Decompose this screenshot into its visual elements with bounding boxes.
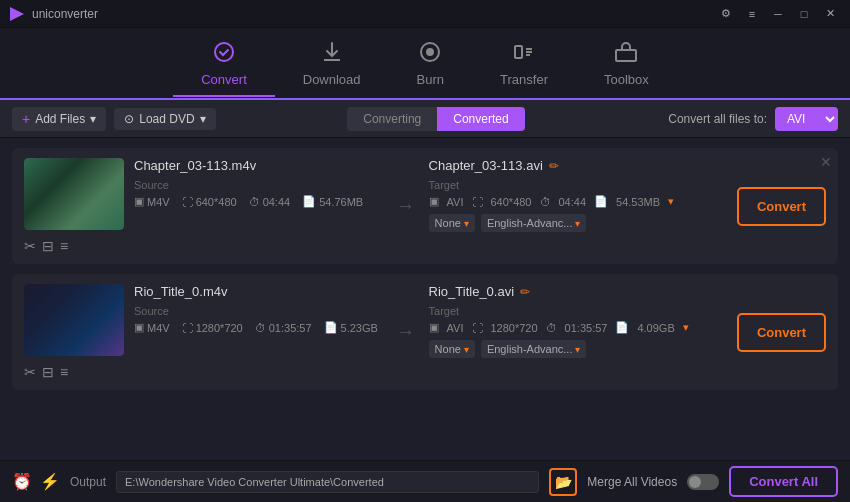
file2-thumbnail	[24, 284, 124, 356]
tab-converted-label: Converted	[453, 112, 508, 126]
nav-convert[interactable]: Convert	[173, 32, 275, 95]
file2-res-icon: ⛶	[182, 322, 193, 334]
close-button[interactable]: ✕	[818, 5, 842, 23]
file1-target-meta: ▣ AVI ⛶ 640*480 ⏱ 04:44 📄 54.53MB ▾	[429, 195, 727, 208]
file2-target-res: ⛶	[472, 322, 483, 334]
app-logo	[8, 5, 26, 23]
file1-audio-select1[interactable]: None ▾	[429, 214, 475, 232]
add-files-arrow: ▾	[90, 112, 96, 126]
file2-resolution: ⛶ 1280*720	[182, 321, 243, 334]
file2-source-meta: ▣ M4V ⛶ 1280*720 ⏱ 01:35:57 📄 5.23GB	[134, 321, 383, 334]
file1-size-icon: 📄	[302, 195, 316, 208]
svg-rect-5	[616, 50, 636, 61]
file2-settings-icon[interactable]: ≡	[60, 364, 68, 380]
nav-toolbox[interactable]: Toolbox	[576, 32, 677, 95]
file2-arrow: →	[393, 284, 419, 380]
title-bar-right: ⚙ ≡ ─ □ ✕	[714, 5, 842, 23]
file2-thumb-actions: ✂ ⊟ ≡	[24, 364, 68, 380]
file2-target-label: Target	[429, 305, 727, 317]
file2-audio-select1[interactable]: None ▾	[429, 340, 475, 358]
maximize-button[interactable]: □	[792, 5, 816, 23]
svg-point-1	[215, 43, 233, 61]
nav-download-label: Download	[303, 72, 361, 87]
tab-group: Converting Converted	[347, 107, 524, 131]
file1-source-meta: ▣ M4V ⛶ 640*480 ⏱ 04:44 📄 54.76MB	[134, 195, 383, 208]
tab-converted[interactable]: Converted	[437, 107, 524, 131]
add-files-button[interactable]: + Add Files ▾	[12, 107, 106, 131]
file2-dur-icon: ⏱	[255, 322, 266, 334]
file2-format: ▣ M4V	[134, 321, 170, 334]
file2-cut-icon[interactable]: ✂	[24, 364, 36, 380]
file2-source-name: Rio_Title_0.m4v	[134, 284, 383, 299]
file2-size-icon: 📄	[324, 321, 338, 334]
file1-convert-button[interactable]: Convert	[737, 187, 826, 226]
nav-transfer[interactable]: Transfer	[472, 32, 576, 95]
folder-icon: 📂	[555, 474, 572, 490]
svg-point-3	[427, 49, 433, 55]
file2-target-format: ▣	[429, 321, 439, 334]
file1-target-res: ⛶	[472, 196, 483, 208]
file2-duration: ⏱ 01:35:57	[255, 321, 312, 334]
svg-marker-0	[10, 7, 24, 21]
folder-button[interactable]: 📂	[549, 468, 577, 496]
file1-res-icon: ⛶	[182, 196, 193, 208]
file1-close-icon[interactable]: ✕	[820, 154, 832, 170]
file1-target: Chapter_03-113.avi ✏ Target ▣ AVI ⛶ 640*…	[429, 158, 727, 254]
file2-audio-select2[interactable]: English-Advanc... ▾	[481, 340, 587, 358]
nav-convert-label: Convert	[201, 72, 247, 87]
file1-target-format: ▣	[429, 195, 439, 208]
file2-dropdowns: None ▾ English-Advanc... ▾	[429, 340, 727, 358]
file1-target-size-icon: 📄	[594, 195, 608, 208]
nav-burn[interactable]: Burn	[389, 32, 472, 95]
load-dvd-arrow: ▾	[200, 112, 206, 126]
file-item-1: ✂ ⊟ ≡ Chapter_03-113.m4v Source ▣ M4V ⛶ …	[12, 148, 838, 264]
bolt-icon[interactable]: ⚡	[40, 472, 60, 491]
file1-resolution: ⛶ 640*480	[182, 195, 237, 208]
file1-settings-icon[interactable]: ≡	[60, 238, 68, 254]
file1-format: ▣ M4V	[134, 195, 170, 208]
merge-toggle[interactable]	[687, 474, 719, 490]
file1-subtitle-icon[interactable]: ⊟	[42, 238, 54, 254]
file1-thumbnail	[24, 158, 124, 230]
output-path-input[interactable]	[116, 471, 539, 493]
app-name: uniconverter	[32, 7, 98, 21]
file2-arrow-icon: →	[397, 322, 415, 343]
file2-subtitle-icon[interactable]: ⊟	[42, 364, 54, 380]
toolbar: + Add Files ▾ ⊙ Load DVD ▾ Converting Co…	[0, 100, 850, 138]
nav-bar: Convert Download Burn Transfer	[0, 28, 850, 100]
minimize-button[interactable]: ─	[766, 5, 790, 23]
file1-audio-select2[interactable]: English-Advanc... ▾	[481, 214, 587, 232]
tab-converting[interactable]: Converting	[347, 107, 437, 131]
file1-arrow: →	[393, 158, 419, 254]
file1-cut-icon[interactable]: ✂	[24, 238, 36, 254]
convert-all-button[interactable]: Convert All	[729, 466, 838, 497]
file2-audio1-arrow: ▾	[464, 344, 469, 355]
file1-target-name: Chapter_03-113.avi ✏	[429, 158, 727, 173]
dvd-icon: ⊙	[124, 112, 134, 126]
title-bar-left: uniconverter	[8, 5, 98, 23]
output-label: Output	[70, 475, 106, 489]
file1-arrow-icon: →	[397, 196, 415, 217]
toggle-knob	[689, 476, 701, 488]
load-dvd-button[interactable]: ⊙ Load DVD ▾	[114, 108, 215, 130]
file1-edit-icon[interactable]: ✏	[549, 159, 559, 173]
file2-size: 📄 5.23GB	[324, 321, 378, 334]
file2-audio2-arrow: ▾	[575, 344, 580, 355]
file2-target-meta: ▣ AVI ⛶ 1280*720 ⏱ 01:35:57 📄 4.09GB ▾	[429, 321, 727, 334]
convert-nav-icon	[212, 40, 236, 68]
nav-download[interactable]: Download	[275, 32, 389, 95]
file1-size: 📄 54.76MB	[302, 195, 363, 208]
menu-icon[interactable]: ≡	[740, 5, 764, 23]
file2-target-dropdown[interactable]: ▾	[683, 321, 689, 334]
file2-thumb-bg	[24, 284, 124, 356]
file2-convert-button[interactable]: Convert	[737, 313, 826, 352]
file2-edit-icon[interactable]: ✏	[520, 285, 530, 299]
file2-source: Rio_Title_0.m4v Source ▣ M4V ⛶ 1280*720 …	[134, 284, 383, 380]
clock-icon[interactable]: ⏰	[12, 472, 32, 491]
file1-thumb-section: ✂ ⊟ ≡	[24, 158, 124, 254]
main-content: ✂ ⊟ ≡ Chapter_03-113.m4v Source ▣ M4V ⛶ …	[0, 138, 850, 460]
file1-target-dropdown[interactable]: ▾	[668, 195, 674, 208]
settings-icon[interactable]: ⚙	[714, 5, 738, 23]
file1-audio2-arrow: ▾	[575, 218, 580, 229]
format-select[interactable]: AVI MP4 MKV	[775, 107, 838, 131]
